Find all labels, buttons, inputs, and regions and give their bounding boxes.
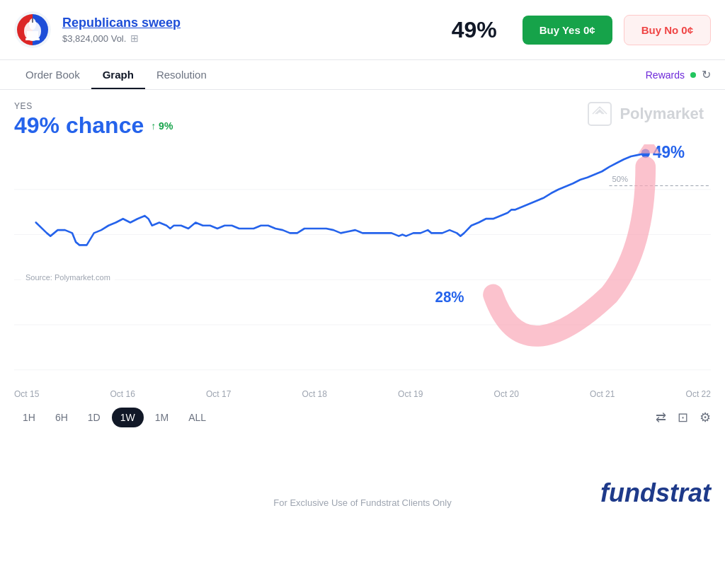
x-label-oct16: Oct 16 xyxy=(110,389,135,399)
refresh-icon[interactable]: ↻ xyxy=(702,68,711,81)
chart-section: YES 49% chance ↑ 9% Polymarket xyxy=(0,90,725,385)
document-icon[interactable]: ⊡ xyxy=(678,410,688,425)
time-btn-6h[interactable]: 6H xyxy=(47,408,76,427)
time-btn-1m[interactable]: 1M xyxy=(147,408,177,427)
market-title[interactable]: Republicans sweep xyxy=(62,16,440,30)
footer: For Exclusive Use of Fundstrat Clients O… xyxy=(0,436,725,522)
footer-disclaimer: For Exclusive Use of Fundstrat Clients O… xyxy=(246,497,479,508)
market-percent: 49% xyxy=(452,17,497,43)
time-btn-1d[interactable]: 1D xyxy=(79,408,109,427)
svg-rect-6 xyxy=(588,103,611,125)
x-label-oct15: Oct 15 xyxy=(14,389,39,399)
time-btn-all[interactable]: ALL xyxy=(180,408,215,427)
polymarket-text: Polymarket xyxy=(620,105,704,123)
source-label: Source: Polymarket.com xyxy=(21,272,115,283)
time-btn-1w[interactable]: 1W xyxy=(112,408,144,427)
chart-wrapper: 50% 49% 28% Source: Polymarket.com xyxy=(14,144,711,385)
change-up: ↑ 9% xyxy=(151,120,173,132)
time-range-bar: 1H 6H 1D 1W 1M ALL ⇄ ⊡ ⚙ xyxy=(0,399,725,436)
rewards-dot xyxy=(690,72,696,78)
tab-resolution[interactable]: Resolution xyxy=(145,60,218,89)
svg-text:50%: 50% xyxy=(612,175,629,183)
tab-order-book[interactable]: Order Book xyxy=(14,60,91,89)
fundstrat-logo: fundstrat xyxy=(600,478,711,508)
chart-svg: 50% 49% 28% xyxy=(14,144,711,385)
market-volume: $3,824,000 Vol. ⊞ xyxy=(62,33,440,44)
table-icon: ⊞ xyxy=(130,33,139,44)
market-header: Republicans sweep $3,824,000 Vol. ⊞ 49% … xyxy=(0,0,725,60)
tab-graph[interactable]: Graph xyxy=(91,60,145,89)
x-label-oct21: Oct 21 xyxy=(590,389,615,399)
x-label-oct17: Oct 17 xyxy=(206,389,231,399)
x-label-oct18: Oct 18 xyxy=(302,389,327,399)
chance-value: 49% chance xyxy=(14,113,144,139)
svg-rect-3 xyxy=(25,38,40,40)
polymarket-logo: Polymarket xyxy=(587,101,704,127)
market-logo xyxy=(14,11,51,48)
market-info: Republicans sweep $3,824,000 Vol. ⊞ xyxy=(62,16,440,44)
x-label-oct20: Oct 20 xyxy=(494,389,519,399)
time-btn-1h[interactable]: 1H xyxy=(14,408,44,427)
rewards-label[interactable]: Rewards xyxy=(646,69,685,81)
tabs-right: Rewards ↻ xyxy=(646,68,711,81)
buy-yes-button[interactable]: Buy Yes 0¢ xyxy=(523,16,612,45)
settings-icon[interactable]: ⚙ xyxy=(700,410,711,425)
tab-bar: Order Book Graph Resolution Rewards ↻ xyxy=(0,60,725,90)
x-label-oct22: Oct 22 xyxy=(686,389,711,399)
x-axis: Oct 15 Oct 16 Oct 17 Oct 18 Oct 19 Oct 2… xyxy=(0,385,725,399)
transfer-icon[interactable]: ⇄ xyxy=(656,410,666,425)
buy-no-button[interactable]: Buy No 0¢ xyxy=(624,15,711,45)
svg-rect-5 xyxy=(32,18,33,23)
x-label-oct19: Oct 19 xyxy=(398,389,423,399)
svg-text:28%: 28% xyxy=(435,289,464,305)
time-right-icons: ⇄ ⊡ ⚙ xyxy=(656,410,711,425)
